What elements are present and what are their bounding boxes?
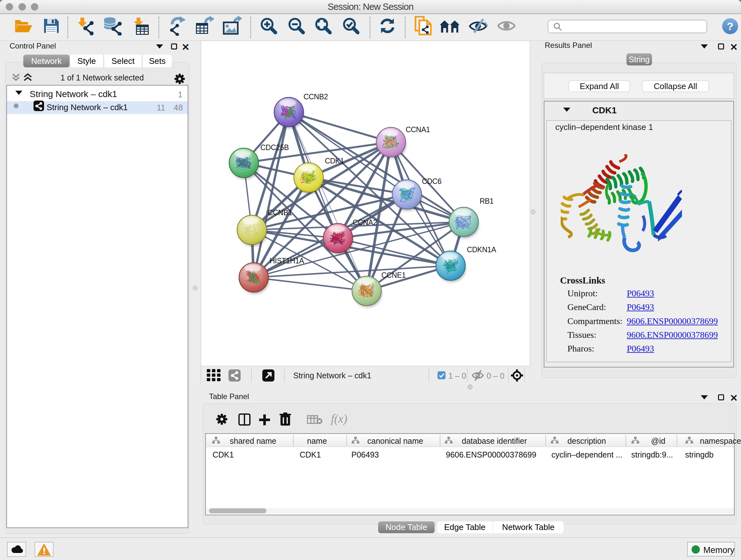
svg-text:CCNB1: CCNB1	[268, 208, 292, 217]
svg-text:CCNA2: CCNA2	[353, 219, 377, 227]
svg-text:CDK1: CDK1	[325, 157, 344, 165]
svg-text:CDC25B: CDC25B	[260, 143, 289, 152]
svg-text:CCNB2: CCNB2	[304, 92, 328, 101]
svg-text:CCNE1: CCNE1	[381, 271, 406, 279]
svg-text:CCNA1: CCNA1	[406, 125, 430, 134]
svg-text:RB1: RB1	[480, 197, 494, 205]
svg-text:CDC6: CDC6	[422, 177, 441, 186]
svg-text:HIST1H1A: HIST1H1A	[270, 257, 304, 265]
svg-text:CDKN1A: CDKN1A	[467, 246, 496, 254]
